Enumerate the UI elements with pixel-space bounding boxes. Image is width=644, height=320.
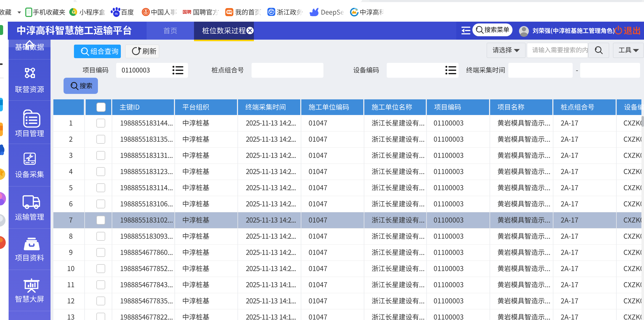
- svg-text:du: du: [115, 12, 118, 15]
